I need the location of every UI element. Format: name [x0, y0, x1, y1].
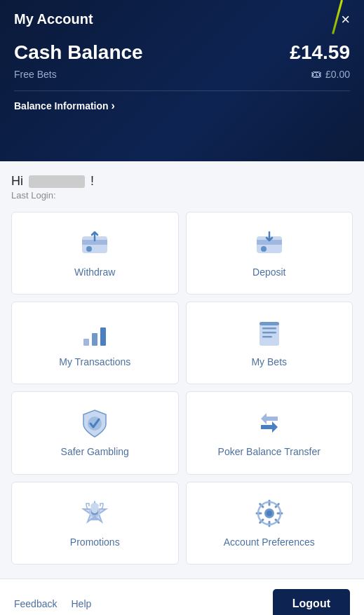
- promotions-item[interactable]: Promotions: [11, 482, 179, 565]
- svg-rect-6: [83, 339, 89, 346]
- bets-label: My Bets: [251, 356, 287, 368]
- my-transactions-item[interactable]: My Transactions: [11, 302, 179, 384]
- page-title: My Account: [14, 11, 93, 27]
- svg-rect-10: [262, 327, 276, 330]
- header: My Account × Cash Balance £14.59 Free Be…: [0, 0, 364, 161]
- promotions-icon: [79, 498, 110, 529]
- feedback-button[interactable]: Feedback: [14, 598, 57, 609]
- svg-rect-9: [259, 322, 279, 346]
- username-blur: [29, 175, 85, 188]
- chevron-right-icon: ›: [112, 100, 115, 112]
- promotions-label: Promotions: [70, 536, 120, 548]
- svg-rect-11: [262, 332, 276, 334]
- svg-rect-7: [92, 333, 97, 346]
- help-button[interactable]: Help: [71, 598, 91, 609]
- hi-text: Hi: [11, 174, 23, 188]
- free-bets-value: £0.00: [325, 69, 350, 80]
- greeting: Hi !: [11, 174, 353, 189]
- balance-section: Cash Balance £14.59 Free Bets 🎟 £0.00: [14, 41, 350, 81]
- bets-icon: [254, 318, 285, 349]
- poker-transfer-label: Poker Balance Transfer: [218, 445, 321, 458]
- transactions-label: My Transactions: [59, 356, 130, 368]
- svg-rect-19: [90, 518, 99, 520]
- last-login-label: Last Login:: [11, 190, 353, 201]
- svg-point-32: [267, 511, 272, 516]
- header-top: My Account ×: [14, 11, 350, 27]
- free-bets-row: Free Bets 🎟 £0.00: [14, 68, 350, 81]
- transactions-icon: [79, 318, 110, 349]
- safer-gambling-icon: [79, 407, 110, 438]
- svg-point-5: [261, 246, 267, 252]
- free-bets-label: Free Bets: [14, 69, 57, 80]
- withdraw-icon: [79, 228, 110, 259]
- exclamation: !: [90, 174, 94, 188]
- cash-balance-row: Cash Balance £14.59: [14, 41, 350, 64]
- poker-balance-transfer-item[interactable]: Poker Balance Transfer: [186, 391, 353, 474]
- deposit-icon: [254, 228, 285, 259]
- withdraw-item[interactable]: Withdraw: [11, 212, 179, 295]
- deposit-label: Deposit: [252, 266, 285, 278]
- close-button[interactable]: ×: [341, 12, 350, 27]
- cash-balance-amount: £14.59: [290, 41, 350, 64]
- svg-rect-13: [259, 322, 279, 325]
- balance-info-label: Balance Information: [14, 100, 109, 111]
- withdraw-label: Withdraw: [74, 266, 115, 278]
- my-bets-item[interactable]: My Bets: [186, 302, 353, 384]
- safer-gambling-item[interactable]: Safer Gambling: [11, 391, 179, 474]
- balance-info-link[interactable]: Balance Information ›: [14, 100, 115, 122]
- poker-transfer-icon: [254, 407, 285, 438]
- footer-links: Feedback Help: [14, 598, 91, 609]
- deposit-item[interactable]: Deposit: [186, 212, 353, 295]
- account-preferences-item[interactable]: Account Preferences: [186, 482, 353, 565]
- svg-rect-8: [100, 327, 106, 346]
- cash-balance-title: Cash Balance: [14, 41, 143, 64]
- svg-point-2: [86, 246, 92, 252]
- free-bets-amount: 🎟 £0.00: [311, 68, 350, 81]
- svg-rect-12: [262, 336, 272, 338]
- safer-gambling-label: Safer Gambling: [61, 445, 129, 458]
- account-preferences-icon: [254, 498, 285, 529]
- svg-rect-18: [93, 515, 96, 518]
- footer: Feedback Help Logout: [0, 579, 364, 615]
- divider: [14, 90, 350, 91]
- menu-grid: Withdraw Deposit: [11, 212, 353, 565]
- account-preferences-label: Account Preferences: [224, 536, 315, 548]
- ticket-icon: 🎟: [311, 68, 322, 81]
- logout-button[interactable]: Logout: [273, 589, 350, 615]
- main-content: Hi ! Last Login: Withdraw: [0, 161, 364, 579]
